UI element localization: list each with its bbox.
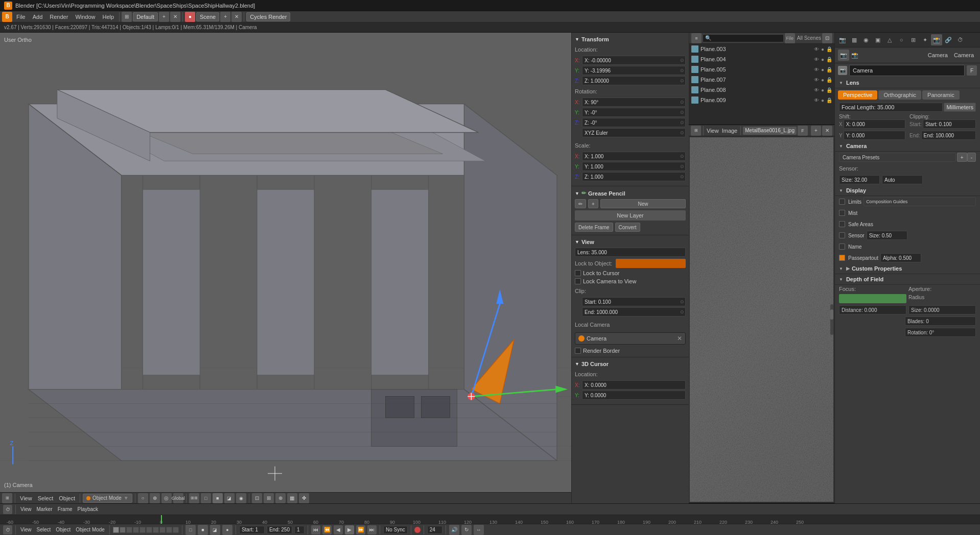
layer-4[interactable] bbox=[133, 527, 139, 533]
pb-view[interactable]: View bbox=[19, 527, 33, 532]
render-icon[interactable]: ● bbox=[821, 77, 824, 83]
clip-end-field[interactable]: End: 100.000 bbox=[921, 131, 976, 140]
shading-tex[interactable]: ◪ bbox=[224, 493, 235, 503]
viewport-overlay2[interactable]: ⊞ bbox=[264, 493, 274, 503]
euler-mode[interactable]: XYZ Euler ⊙ bbox=[582, 128, 686, 137]
tl-frame[interactable]: Frame bbox=[56, 506, 74, 512]
scale-y-input[interactable]: Y: 1.000 ⊙ bbox=[582, 162, 686, 171]
eye-icon[interactable]: 👁 bbox=[814, 98, 819, 103]
outliner-filter[interactable]: ⊡ bbox=[822, 33, 832, 43]
shift-y-field[interactable]: Y: 0.000 bbox=[844, 131, 905, 140]
mist-checkbox[interactable] bbox=[839, 210, 845, 216]
outliner-icon[interactable]: ≡ bbox=[691, 33, 702, 43]
alpha-field[interactable]: Alpha: 0.500 bbox=[880, 253, 921, 262]
menu-file[interactable]: File bbox=[13, 13, 29, 21]
panoramic-tab[interactable]: Panoramic bbox=[922, 90, 960, 100]
new-layer-btn[interactable]: New Layer bbox=[575, 210, 686, 221]
cam-tab-icon1[interactable]: 📷 bbox=[838, 50, 849, 61]
image-name[interactable]: MetalBase0016_L.jpg bbox=[743, 127, 797, 135]
rp-render-icon[interactable]: 📷 bbox=[837, 34, 848, 45]
list-item[interactable]: Plane.005 👁 ● 🔒 bbox=[689, 64, 834, 75]
tl-icon[interactable]: ⏱ bbox=[3, 505, 12, 514]
lens-input[interactable]: Lens: 35.000 bbox=[575, 248, 686, 257]
lock-icon[interactable]: 🔒 bbox=[826, 57, 832, 62]
timeline-ruler[interactable]: -60 -50 -40 -30 -20 -10 0 10 20 30 40 50… bbox=[0, 515, 980, 524]
rp-anim-icon[interactable]: ⏱ bbox=[954, 34, 966, 45]
view-header[interactable]: ▼ View bbox=[572, 237, 689, 247]
f-badge[interactable]: F bbox=[967, 65, 977, 76]
passepartout-checkbox[interactable] bbox=[839, 255, 845, 261]
sensor-display-checkbox[interactable] bbox=[839, 232, 845, 238]
lock-cursor-check[interactable]: Lock to Cursor bbox=[572, 269, 689, 277]
menu-window[interactable]: Window bbox=[72, 13, 98, 21]
render-icon[interactable]: ● bbox=[821, 98, 824, 103]
shading-wire[interactable]: □ bbox=[201, 493, 211, 503]
eye-icon[interactable]: 👁 bbox=[814, 46, 819, 52]
cam-view-icon[interactable]: ⊞ bbox=[691, 126, 701, 136]
copy-sz[interactable]: ⊙ bbox=[680, 174, 684, 179]
layer-9[interactable] bbox=[166, 527, 172, 533]
menu-help[interactable]: Help bbox=[100, 13, 118, 21]
menu-render[interactable]: Render bbox=[46, 13, 71, 21]
loop-icon[interactable]: ↔ bbox=[474, 525, 484, 535]
copy-end[interactable]: ⊙ bbox=[680, 309, 684, 314]
lock-icon[interactable]: 🔒 bbox=[826, 46, 832, 52]
custom-props-title[interactable]: ▶ Custom Properties bbox=[835, 263, 980, 274]
layer-8[interactable] bbox=[159, 527, 166, 533]
layer-2[interactable] bbox=[120, 527, 126, 533]
cam-scrollthumb[interactable] bbox=[830, 309, 833, 320]
loc-z-input[interactable]: Z: 1.00000 ⊙ bbox=[582, 76, 686, 85]
copy-start[interactable]: ⊙ bbox=[680, 299, 684, 304]
render-btn[interactable]: ● bbox=[222, 525, 232, 535]
cam-scrollbar[interactable] bbox=[830, 304, 833, 335]
add-scene[interactable]: + bbox=[220, 12, 230, 22]
rp-part-icon[interactable]: ✦ bbox=[919, 34, 930, 45]
wire-btn[interactable]: □ bbox=[185, 525, 196, 535]
view-layers-btn[interactable]: File bbox=[785, 33, 795, 43]
loc-x-input[interactable]: X: -0.00000 ⊙ bbox=[582, 56, 686, 65]
sensor-size-field[interactable]: Size: 32.00 bbox=[839, 175, 880, 184]
copy-sy[interactable]: ⊙ bbox=[680, 164, 684, 169]
render-icon[interactable]: ● bbox=[821, 87, 824, 93]
focal-unit[interactable]: Millimeters bbox=[944, 103, 976, 112]
rp-tex-icon[interactable]: ⊞ bbox=[907, 34, 919, 45]
safe-areas-checkbox[interactable] bbox=[839, 221, 845, 227]
audio-icon[interactable]: 🔊 bbox=[449, 525, 459, 535]
viewport-area[interactable]: Z User Ortho (1) Camera ⊞ View Select Ob… bbox=[0, 33, 571, 503]
sensor-display-size[interactable]: Size: 0.50 bbox=[867, 231, 907, 240]
start-frame[interactable]: Start: 1 bbox=[239, 526, 265, 534]
copy-x[interactable]: ⊙ bbox=[680, 58, 684, 63]
dof-distance-field[interactable]: Distance: 0.000 bbox=[839, 305, 906, 314]
dof-blades-field[interactable]: Blades: 0 bbox=[905, 317, 976, 326]
view-menu[interactable]: View bbox=[18, 495, 34, 501]
tex-btn[interactable]: ◪ bbox=[210, 525, 220, 535]
render-icon[interactable]: ● bbox=[821, 46, 824, 52]
shading-render[interactable]: ◉ bbox=[236, 493, 246, 503]
lock-camera-checkbox[interactable] bbox=[575, 278, 581, 284]
viewport-overlay3[interactable]: ⊕ bbox=[275, 493, 286, 503]
dof-size-field[interactable]: Size: 0.0000 bbox=[908, 305, 976, 314]
convert-btn[interactable]: Convert bbox=[615, 223, 640, 232]
presets-add[interactable]: + bbox=[957, 153, 967, 162]
step-forward[interactable]: ⏩ bbox=[356, 525, 365, 534]
pb-icon[interactable]: ⏱ bbox=[3, 525, 12, 534]
lock-icon[interactable]: 🔒 bbox=[826, 67, 832, 72]
cam-tab-icon2[interactable]: 📸 bbox=[849, 50, 860, 61]
viewport-icon[interactable]: ⊞ bbox=[2, 493, 12, 503]
shading-solid[interactable]: ■ bbox=[213, 493, 223, 503]
rp-obj-icon[interactable]: ▣ bbox=[872, 34, 883, 45]
camera-presets-dropdown[interactable]: Camera Presets bbox=[839, 153, 956, 162]
name-checkbox[interactable] bbox=[839, 244, 845, 250]
camera-tab1[interactable]: Camera bbox=[925, 52, 951, 58]
lock-cursor-checkbox[interactable] bbox=[575, 270, 581, 276]
presets-remove[interactable]: - bbox=[967, 153, 976, 162]
pb-select[interactable]: Select bbox=[35, 527, 53, 532]
lock-icon[interactable]: 🔒 bbox=[826, 87, 832, 93]
lock-icon[interactable]: 🔒 bbox=[826, 77, 832, 83]
shift-x-field[interactable]: X: 0.000 bbox=[844, 119, 905, 129]
mode-dropdown[interactable]: Object Mode ▼ bbox=[83, 494, 132, 503]
comp-guides-dropdown[interactable]: Composition Guides bbox=[864, 197, 976, 206]
layer-7[interactable] bbox=[153, 527, 159, 533]
close-local-camera[interactable]: ✕ bbox=[677, 335, 682, 342]
sensor-auto-field[interactable]: Auto bbox=[882, 175, 923, 184]
